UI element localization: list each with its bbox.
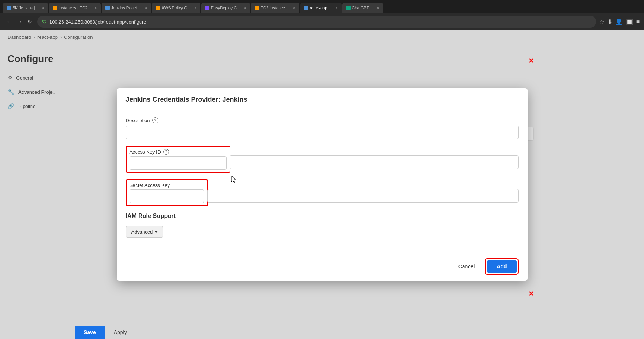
description-group: Description ? — [126, 117, 519, 139]
modal-footer: Cancel Add — [117, 252, 528, 281]
forward-button[interactable]: → — [15, 17, 24, 26]
modal-dialog: Jenkins Credentials Provider: Jenkins De… — [117, 88, 528, 281]
tab-instances[interactable]: Instances | EC2... ✕ — [49, 3, 101, 13]
description-help-icon[interactable]: ? — [152, 117, 158, 123]
secret-access-key-highlight-box: Secret Access Key — [126, 179, 208, 206]
menu-icon[interactable]: ≡ — [636, 18, 640, 25]
cancel-button[interactable]: Cancel — [452, 258, 482, 275]
tab-easydeploy[interactable]: EasyDeploy C... ✕ — [201, 3, 250, 13]
chevron-down-icon: ▾ — [155, 229, 158, 235]
tab-5k-jenkins[interactable]: 5K Jenkins |... ✕ — [3, 3, 48, 13]
description-input[interactable] — [126, 126, 519, 139]
access-key-id-group: Access Key ID ? — [126, 146, 519, 173]
advanced-button[interactable]: Advanced ▾ — [126, 226, 164, 238]
access-key-id-full-input[interactable] — [230, 155, 519, 169]
modal-header: Jenkins Credentials Provider: Jenkins — [117, 88, 528, 110]
nav-buttons: ← → ↻ — [4, 17, 34, 26]
access-key-id-highlight-box: Access Key ID ? — [126, 146, 230, 173]
access-key-id-input[interactable] — [130, 156, 227, 170]
profile-icon[interactable]: 👤 — [615, 18, 623, 25]
tab-jenkins-react[interactable]: Jenkins React ... ✕ — [102, 3, 151, 13]
modal-body: Description ? Access Key ID ? — [117, 110, 528, 252]
modal-overlay: Jenkins Credentials Provider: Jenkins De… — [0, 30, 644, 339]
download-icon[interactable]: ⬇ — [607, 18, 612, 25]
secret-access-key-group: Secret Access Key — [126, 179, 519, 206]
address-bar-row: ← → ↻ 🛡 100.26.241.250:8080/job/react-ap… — [0, 13, 644, 30]
advanced-label: Advanced — [131, 229, 153, 235]
add-button-highlight: Add — [485, 258, 518, 275]
description-label: Description ? — [126, 117, 519, 123]
secret-access-key-input[interactable] — [130, 189, 204, 203]
tab-bar: 5K Jenkins |... ✕ Instances | EC2... ✕ J… — [0, 0, 644, 13]
tab-chatgpt[interactable]: ChatGPT ... ✕ — [342, 3, 383, 13]
tab-aws-policy[interactable]: AWS Policy G... ✕ — [152, 3, 200, 13]
back-button[interactable]: ← — [4, 17, 13, 26]
address-bar[interactable]: 🛡 100.26.241.250:8080/job/react-app/conf… — [37, 16, 596, 28]
access-key-id-label: Access Key ID ? — [130, 149, 227, 155]
add-button[interactable]: Add — [487, 260, 516, 273]
extensions-icon[interactable]: 🔲 — [626, 18, 633, 25]
modal-title: Jenkins Credentials Provider: Jenkins — [126, 96, 248, 103]
browser-chrome: 5K Jenkins |... ✕ Instances | EC2... ✕ J… — [0, 0, 644, 30]
save-button[interactable]: Save — [75, 326, 105, 339]
apply-button[interactable]: Apply — [105, 326, 136, 339]
secret-access-key-full-input[interactable] — [207, 189, 519, 203]
bookmark-icon[interactable]: ☆ — [599, 18, 604, 25]
advanced-group: Advanced ▾ — [126, 226, 519, 238]
address-actions: ☆ ⬇ 👤 🔲 ≡ — [599, 18, 640, 25]
secret-access-key-label: Secret Access Key — [130, 182, 204, 188]
address-text: 100.26.241.250:8080/job/react-app/config… — [49, 19, 146, 25]
shield-icon: 🛡 — [42, 19, 47, 25]
reload-button[interactable]: ↻ — [25, 17, 34, 26]
bottom-bar: Save Apply — [75, 326, 136, 339]
tab-ec2-instance[interactable]: EC2 Instance ... ✕ — [251, 3, 299, 13]
iam-role-title: IAM Role Support — [126, 213, 519, 219]
page-background: Dashboard › react-app › Configuration Co… — [0, 30, 644, 339]
iam-role-group: IAM Role Support — [126, 213, 519, 219]
access-key-id-help-icon[interactable]: ? — [163, 149, 169, 155]
tab-react-app[interactable]: react-app ... ✕ — [300, 3, 342, 13]
